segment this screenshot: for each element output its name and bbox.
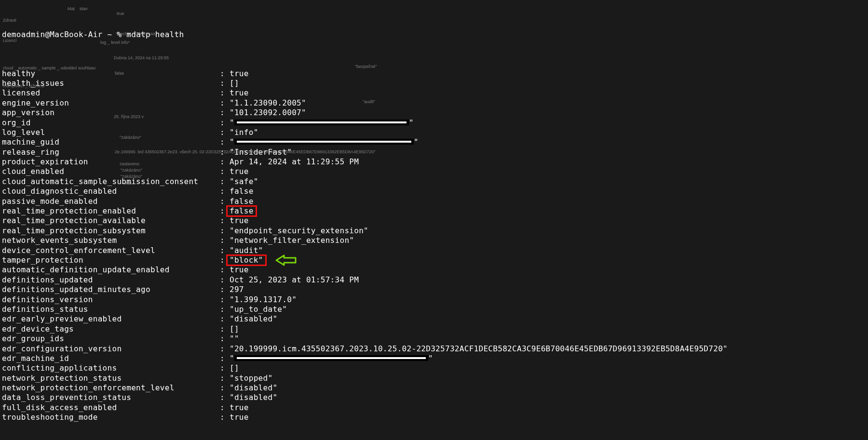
row-value-tail: "	[428, 354, 433, 363]
redacted-block	[234, 120, 409, 125]
highlight-box: "block"	[226, 254, 267, 266]
row-separator: :	[220, 324, 230, 334]
row-key: network_protection_enforcement_level	[2, 383, 220, 393]
output-row: edr_configuration_version: "20.199999.ic…	[2, 344, 866, 353]
row-separator: :	[220, 177, 230, 187]
output-row: healthy: true	[2, 68, 866, 78]
row-separator: :	[220, 383, 230, 393]
output-row: definitions_updated_minutes_ago: 297	[2, 285, 866, 294]
row-value: "stopped"	[230, 373, 272, 383]
row-value: false	[230, 187, 254, 196]
output-row: cloud_automatic_sample_submission_consen…	[2, 177, 866, 187]
ghost-translation-artifact: Zdravé	[3, 15, 16, 25]
redacted-block	[234, 355, 428, 361]
row-key: edr_configuration_version	[2, 344, 220, 354]
output-row: edr_group_ids: ""	[2, 334, 866, 344]
output-row: log_level: "info"	[2, 128, 866, 137]
output-row: org_id: ""	[2, 118, 866, 127]
row-key: device_control_enforcement_level	[2, 246, 220, 255]
row-value: "audit"	[230, 246, 263, 255]
row-value: true	[230, 167, 249, 176]
output-rows: healthy: truehealth_issues: []licensed: …	[2, 68, 866, 422]
row-value: "disabled"	[230, 314, 277, 324]
row-value: true	[230, 265, 249, 275]
arrow-left-icon	[275, 254, 297, 266]
row-separator: :	[220, 128, 230, 137]
row-key: org_id	[2, 118, 220, 128]
row-key: cloud_enabled	[2, 167, 220, 176]
row-separator: :	[220, 226, 230, 236]
output-row: automatic_definition_update_enabled: tru…	[2, 265, 866, 275]
output-row: engine_version: "1.1.23090.2005"	[2, 98, 866, 108]
row-key: network_protection_status	[2, 373, 220, 383]
row-key: definitions_updated_minutes_ago	[2, 285, 220, 294]
row-key: product_expiration	[2, 157, 220, 167]
row-value: "101.23092.0007"	[230, 108, 306, 118]
row-key: cloud_automatic_sample_submission_consen…	[2, 177, 220, 187]
row-key: cloud_diagnostic_enabled	[2, 187, 220, 196]
row-value: "InsiderFast"	[230, 147, 292, 157]
output-row: real_time_protection_available: true	[2, 216, 866, 226]
row-separator: :	[220, 363, 230, 373]
row-key: edr_group_ids	[2, 334, 220, 344]
row-value: "safe"	[230, 177, 258, 187]
row-value: 297	[230, 285, 244, 294]
output-row: full_disk_access_enabled: true	[2, 403, 866, 413]
terminal-window[interactable]: demoadmin@MacBook-Air ~ % mdatp health h…	[0, 0, 868, 440]
row-key: definitions_version	[2, 295, 220, 305]
row-key: automatic_definition_update_enabled	[2, 265, 220, 275]
output-row: definitions_updated: Oct 25, 2023 at 01:…	[2, 275, 866, 285]
row-separator: :	[220, 236, 230, 245]
output-row: real_time_protection_subsystem: "endpoin…	[2, 226, 866, 236]
row-key: full_disk_access_enabled	[2, 403, 220, 413]
row-value: []	[230, 363, 239, 373]
row-separator: :	[220, 246, 230, 255]
row-key: passive_mode_enabled	[2, 197, 220, 206]
row-key: edr_device_tags	[2, 324, 220, 334]
row-value: true	[230, 216, 249, 226]
output-row: edr_device_tags: []	[2, 324, 866, 334]
output-row: data_loss_prevention_status: "disabled"	[2, 393, 866, 402]
row-key: real_time_protection_subsystem	[2, 226, 220, 236]
prompt-line: demoadmin@MacBook-Air ~ % mdatp health	[2, 30, 866, 40]
row-separator: :	[220, 393, 230, 402]
row-value: true	[230, 69, 249, 79]
output-row: network_protection_enforcement_level: "d…	[2, 383, 866, 393]
row-value: "up_to_date"	[230, 305, 287, 314]
row-separator: :	[220, 88, 230, 98]
row-value: "20.199999.icm.435502367.2023.10.25.02-2…	[230, 344, 728, 354]
row-separator: :	[220, 197, 230, 206]
output-row: tamper_protection: "block"	[2, 255, 866, 265]
output-row: passive_mode_enabled: false	[2, 196, 866, 206]
row-value: []	[230, 79, 239, 88]
output-row: app_version: "101.23092.0007"	[2, 108, 866, 118]
row-key: engine_version	[2, 98, 220, 108]
row-separator: :	[220, 295, 230, 305]
row-separator: :	[220, 216, 230, 226]
output-row: device_control_enforcement_level: "audit…	[2, 245, 866, 255]
output-row: definitions_status: "up_to_date"	[2, 305, 866, 314]
row-separator: :	[220, 354, 230, 363]
row-key: edr_machine_id	[2, 354, 220, 363]
row-key: licensed	[2, 88, 220, 98]
row-key: conflicting_applications	[2, 363, 220, 373]
row-separator: :	[220, 265, 230, 275]
row-separator: :	[220, 79, 230, 88]
row-value: Apr 14, 2024 at 11:29:55 PM	[230, 157, 359, 167]
output-row: cloud_diagnostic_enabled: false	[2, 187, 866, 196]
row-separator: :	[220, 275, 230, 285]
row-key: healthy	[2, 69, 220, 79]
output-row: network_protection_status: "stopped"	[2, 373, 866, 383]
row-value: true	[230, 403, 249, 413]
row-separator: :	[220, 98, 230, 108]
row-separator: :	[220, 137, 230, 147]
output-row: machine_guid: ""	[2, 137, 866, 147]
output-row: real_time_protection_enabled: false	[2, 206, 866, 216]
output-row: definitions_version: "1.399.1317.0"	[2, 294, 866, 304]
row-value: "	[230, 118, 234, 128]
row-value: "1.399.1317.0"	[230, 295, 297, 305]
row-value: []	[230, 324, 239, 334]
row-key: log_level	[2, 128, 220, 137]
row-separator: :	[220, 334, 230, 344]
row-key: definitions_status	[2, 305, 220, 314]
